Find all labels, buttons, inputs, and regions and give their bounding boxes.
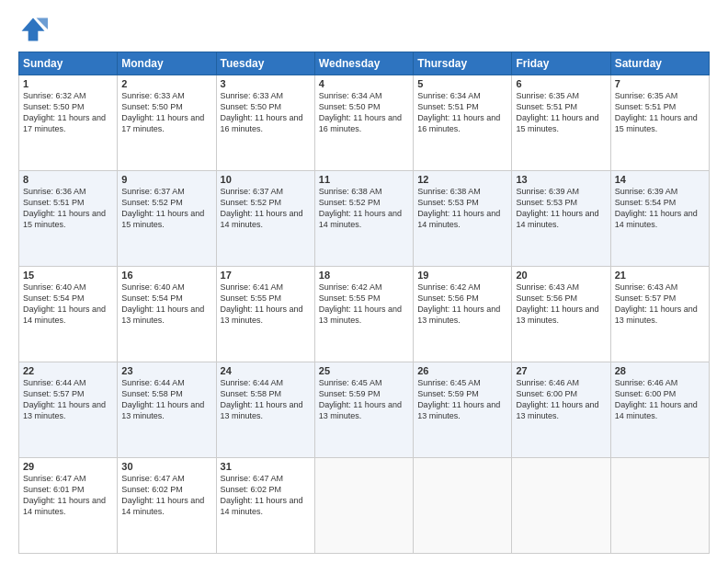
day-info: Sunrise: 6:47 AMSunset: 6:02 PMDaylight:… bbox=[121, 473, 211, 518]
calendar-table: SundayMondayTuesdayWednesdayThursdayFrid… bbox=[18, 52, 710, 554]
day-info: Sunrise: 6:34 AMSunset: 5:50 PMDaylight:… bbox=[319, 90, 409, 135]
day-info: Sunrise: 6:34 AMSunset: 5:51 PMDaylight:… bbox=[417, 90, 507, 135]
calendar-day-cell bbox=[512, 458, 610, 554]
day-number: 6 bbox=[516, 78, 606, 89]
day-number: 27 bbox=[516, 365, 606, 376]
day-info: Sunrise: 6:43 AMSunset: 5:56 PMDaylight:… bbox=[516, 282, 606, 327]
calendar-day-cell: 24Sunrise: 6:44 AMSunset: 5:58 PMDayligh… bbox=[216, 362, 314, 458]
calendar-day-cell: 21Sunrise: 6:43 AMSunset: 5:57 PMDayligh… bbox=[610, 267, 709, 362]
calendar-body: 1Sunrise: 6:32 AMSunset: 5:50 PMDaylight… bbox=[19, 75, 710, 554]
day-info: Sunrise: 6:38 AMSunset: 5:53 PMDaylight:… bbox=[417, 186, 507, 231]
calendar-header-cell: Sunday bbox=[19, 52, 118, 75]
day-info: Sunrise: 6:47 AMSunset: 6:02 PMDaylight:… bbox=[221, 473, 311, 518]
calendar-header-row: SundayMondayTuesdayWednesdayThursdayFrid… bbox=[19, 52, 710, 75]
calendar-header-cell: Friday bbox=[512, 52, 610, 75]
day-number: 30 bbox=[121, 461, 211, 472]
day-info: Sunrise: 6:44 AMSunset: 5:57 PMDaylight:… bbox=[23, 377, 113, 422]
calendar-day-cell: 18Sunrise: 6:42 AMSunset: 5:55 PMDayligh… bbox=[314, 267, 413, 362]
day-number: 3 bbox=[221, 78, 311, 89]
calendar-header-cell: Monday bbox=[118, 52, 216, 75]
day-info: Sunrise: 6:39 AMSunset: 5:53 PMDaylight:… bbox=[516, 186, 606, 231]
calendar-header-cell: Wednesday bbox=[314, 52, 413, 75]
day-info: Sunrise: 6:45 AMSunset: 5:59 PMDaylight:… bbox=[417, 377, 507, 422]
calendar-header-cell: Saturday bbox=[610, 52, 709, 75]
calendar-week-row: 15Sunrise: 6:40 AMSunset: 5:54 PMDayligh… bbox=[19, 267, 710, 362]
day-number: 1 bbox=[23, 78, 113, 89]
calendar-day-cell: 3Sunrise: 6:33 AMSunset: 5:50 PMDaylight… bbox=[216, 75, 314, 171]
day-info: Sunrise: 6:40 AMSunset: 5:54 PMDaylight:… bbox=[23, 282, 113, 327]
day-info: Sunrise: 6:36 AMSunset: 5:51 PMDaylight:… bbox=[23, 186, 113, 231]
day-number: 24 bbox=[221, 365, 311, 376]
day-info: Sunrise: 6:47 AMSunset: 6:01 PMDaylight:… bbox=[23, 473, 113, 518]
page: SundayMondayTuesdayWednesdayThursdayFrid… bbox=[0, 0, 728, 563]
calendar-day-cell: 17Sunrise: 6:41 AMSunset: 5:55 PMDayligh… bbox=[216, 267, 314, 362]
day-info: Sunrise: 6:35 AMSunset: 5:51 PMDaylight:… bbox=[516, 90, 606, 135]
calendar-day-cell: 25Sunrise: 6:45 AMSunset: 5:59 PMDayligh… bbox=[314, 362, 413, 458]
calendar-day-cell: 16Sunrise: 6:40 AMSunset: 5:54 PMDayligh… bbox=[118, 267, 216, 362]
day-number: 17 bbox=[221, 270, 311, 281]
day-number: 2 bbox=[121, 78, 211, 89]
calendar-week-row: 8Sunrise: 6:36 AMSunset: 5:51 PMDaylight… bbox=[19, 171, 710, 267]
calendar-day-cell: 7Sunrise: 6:35 AMSunset: 5:51 PMDaylight… bbox=[610, 75, 709, 171]
day-number: 15 bbox=[23, 270, 113, 281]
calendar-day-cell: 8Sunrise: 6:36 AMSunset: 5:51 PMDaylight… bbox=[19, 171, 118, 267]
day-number: 10 bbox=[221, 174, 311, 185]
day-number: 12 bbox=[417, 174, 507, 185]
day-number: 14 bbox=[615, 174, 705, 185]
calendar-day-cell: 4Sunrise: 6:34 AMSunset: 5:50 PMDaylight… bbox=[314, 75, 413, 171]
calendar-day-cell: 5Sunrise: 6:34 AMSunset: 5:51 PMDaylight… bbox=[414, 75, 512, 171]
calendar-day-cell: 10Sunrise: 6:37 AMSunset: 5:52 PMDayligh… bbox=[216, 171, 314, 267]
calendar-week-row: 29Sunrise: 6:47 AMSunset: 6:01 PMDayligh… bbox=[19, 458, 710, 554]
day-number: 16 bbox=[121, 270, 211, 281]
day-info: Sunrise: 6:44 AMSunset: 5:58 PMDaylight:… bbox=[221, 377, 311, 422]
day-number: 13 bbox=[516, 174, 606, 185]
calendar-day-cell: 30Sunrise: 6:47 AMSunset: 6:02 PMDayligh… bbox=[118, 458, 216, 554]
calendar-header-cell: Tuesday bbox=[216, 52, 314, 75]
day-number: 22 bbox=[23, 365, 113, 376]
day-info: Sunrise: 6:45 AMSunset: 5:59 PMDaylight:… bbox=[319, 377, 409, 422]
calendar-week-row: 1Sunrise: 6:32 AMSunset: 5:50 PMDaylight… bbox=[19, 75, 710, 171]
calendar-day-cell: 28Sunrise: 6:46 AMSunset: 6:00 PMDayligh… bbox=[610, 362, 709, 458]
calendar-day-cell: 12Sunrise: 6:38 AMSunset: 5:53 PMDayligh… bbox=[414, 171, 512, 267]
day-info: Sunrise: 6:46 AMSunset: 6:00 PMDaylight:… bbox=[516, 377, 606, 422]
day-number: 28 bbox=[615, 365, 705, 376]
calendar-day-cell: 1Sunrise: 6:32 AMSunset: 5:50 PMDaylight… bbox=[19, 75, 118, 171]
day-number: 11 bbox=[319, 174, 409, 185]
calendar-day-cell bbox=[314, 458, 413, 554]
day-number: 31 bbox=[221, 461, 311, 472]
day-info: Sunrise: 6:38 AMSunset: 5:52 PMDaylight:… bbox=[319, 186, 409, 231]
calendar-day-cell: 26Sunrise: 6:45 AMSunset: 5:59 PMDayligh… bbox=[414, 362, 512, 458]
logo bbox=[18, 15, 51, 44]
calendar-day-cell: 11Sunrise: 6:38 AMSunset: 5:52 PMDayligh… bbox=[314, 171, 413, 267]
calendar-day-cell: 2Sunrise: 6:33 AMSunset: 5:50 PMDaylight… bbox=[118, 75, 216, 171]
calendar-day-cell: 29Sunrise: 6:47 AMSunset: 6:01 PMDayligh… bbox=[19, 458, 118, 554]
calendar-day-cell: 13Sunrise: 6:39 AMSunset: 5:53 PMDayligh… bbox=[512, 171, 610, 267]
calendar-day-cell: 22Sunrise: 6:44 AMSunset: 5:57 PMDayligh… bbox=[19, 362, 118, 458]
day-number: 5 bbox=[417, 78, 507, 89]
day-info: Sunrise: 6:32 AMSunset: 5:50 PMDaylight:… bbox=[23, 90, 113, 135]
calendar-header-cell: Thursday bbox=[414, 52, 512, 75]
day-number: 19 bbox=[417, 270, 507, 281]
day-info: Sunrise: 6:37 AMSunset: 5:52 PMDaylight:… bbox=[121, 186, 211, 231]
calendar-day-cell: 15Sunrise: 6:40 AMSunset: 5:54 PMDayligh… bbox=[19, 267, 118, 362]
day-number: 18 bbox=[319, 270, 409, 281]
day-info: Sunrise: 6:41 AMSunset: 5:55 PMDaylight:… bbox=[221, 282, 311, 327]
day-info: Sunrise: 6:33 AMSunset: 5:50 PMDaylight:… bbox=[121, 90, 211, 135]
calendar-week-row: 22Sunrise: 6:44 AMSunset: 5:57 PMDayligh… bbox=[19, 362, 710, 458]
day-info: Sunrise: 6:39 AMSunset: 5:54 PMDaylight:… bbox=[615, 186, 705, 231]
day-info: Sunrise: 6:42 AMSunset: 5:56 PMDaylight:… bbox=[417, 282, 507, 327]
calendar-day-cell: 27Sunrise: 6:46 AMSunset: 6:00 PMDayligh… bbox=[512, 362, 610, 458]
calendar-day-cell: 31Sunrise: 6:47 AMSunset: 6:02 PMDayligh… bbox=[216, 458, 314, 554]
calendar-day-cell bbox=[610, 458, 709, 554]
day-number: 7 bbox=[615, 78, 705, 89]
day-info: Sunrise: 6:33 AMSunset: 5:50 PMDaylight:… bbox=[221, 90, 311, 135]
day-info: Sunrise: 6:44 AMSunset: 5:58 PMDaylight:… bbox=[121, 377, 211, 422]
logo-icon bbox=[18, 15, 48, 44]
calendar-day-cell: 23Sunrise: 6:44 AMSunset: 5:58 PMDayligh… bbox=[118, 362, 216, 458]
day-info: Sunrise: 6:46 AMSunset: 6:00 PMDaylight:… bbox=[615, 377, 705, 422]
calendar-day-cell: 9Sunrise: 6:37 AMSunset: 5:52 PMDaylight… bbox=[118, 171, 216, 267]
day-number: 20 bbox=[516, 270, 606, 281]
day-info: Sunrise: 6:37 AMSunset: 5:52 PMDaylight:… bbox=[221, 186, 311, 231]
calendar-day-cell: 14Sunrise: 6:39 AMSunset: 5:54 PMDayligh… bbox=[610, 171, 709, 267]
day-number: 25 bbox=[319, 365, 409, 376]
